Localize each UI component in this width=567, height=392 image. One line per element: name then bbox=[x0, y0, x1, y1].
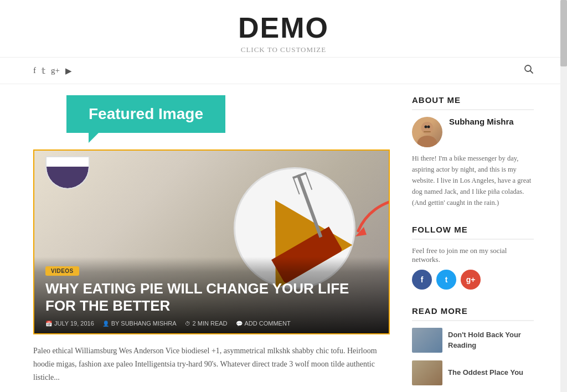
twitter-circle[interactable]: t bbox=[436, 270, 456, 290]
site-title: DEMO bbox=[0, 11, 567, 44]
main-layout: Featured Image bbox=[0, 84, 567, 392]
follow-me-heading: FOLLOW ME bbox=[412, 225, 534, 240]
article-tag: VIDEOS bbox=[45, 266, 79, 276]
social-circles: f t g+ bbox=[412, 270, 534, 290]
social-icons-nav: f 𝕥 g+ ▶ bbox=[33, 66, 72, 76]
scrollbar[interactable] bbox=[560, 0, 567, 392]
featured-tooltip: Featured Image bbox=[66, 95, 225, 133]
site-tagline: CLICK TO CUSTOMIZE bbox=[0, 45, 567, 54]
article-meta: 📅 JULY 19, 2016 👤 BY SUBHANG MISHRA ⏱ 2 … bbox=[45, 320, 378, 327]
author-bio: Hi there! I'm a bike messenger by day, a… bbox=[412, 153, 534, 208]
svg-point-6 bbox=[427, 126, 430, 128]
google-nav-icon[interactable]: g+ bbox=[51, 66, 60, 75]
site-header: DEMO CLICK TO CUSTOMIZE bbox=[0, 0, 567, 58]
read-more-title-2: The Oddest Place You bbox=[448, 368, 523, 378]
article-excerpt: Paleo ethical Williamsburg Wes Anderson … bbox=[33, 344, 390, 384]
author-name-text: Subhang Mishra bbox=[449, 117, 514, 126]
article-title: WHY EATING PIE WILL CHANGE YOUR LIFE FOR… bbox=[45, 280, 378, 314]
about-me-heading: ABOUT ME bbox=[412, 95, 534, 110]
calendar-icon: 📅 bbox=[45, 321, 52, 327]
author-name: Subhang Mishra bbox=[449, 117, 514, 126]
article-overlay: VIDEOS WHY EATING PIE WILL CHANGE YOUR L… bbox=[34, 257, 389, 333]
blueberry-bowl bbox=[45, 156, 90, 189]
article-image: VIDEOS WHY EATING PIE WILL CHANGE YOUR L… bbox=[34, 151, 389, 333]
comment-icon: 💬 bbox=[236, 321, 243, 327]
nav-bar: f 𝕥 g+ ▶ bbox=[0, 58, 567, 84]
svg-point-4 bbox=[417, 136, 437, 147]
read-more-item-2[interactable]: The Oddest Place You bbox=[412, 360, 534, 385]
follow-me-section: FOLLOW ME Feel free to join me on my soc… bbox=[412, 225, 534, 290]
thumb-image-2 bbox=[412, 360, 442, 385]
person-icon: 👤 bbox=[102, 321, 109, 327]
meta-read-time: ⏱ 2 MIN READ bbox=[185, 320, 228, 327]
read-more-thumb-2 bbox=[412, 360, 442, 385]
search-button[interactable] bbox=[524, 64, 534, 77]
follow-text: Feel free to join me on my social networ… bbox=[412, 246, 534, 264]
clock-icon: ⏱ bbox=[185, 321, 190, 327]
sidebar: ABOUT ME Subhang Mishra bbox=[412, 95, 534, 392]
meta-author: 👤 BY SUBHANG MISHRA bbox=[102, 320, 177, 327]
scrollbar-thumb[interactable] bbox=[560, 0, 567, 66]
svg-point-5 bbox=[425, 126, 427, 128]
blueberries bbox=[47, 167, 89, 188]
google-plus-circle[interactable]: g+ bbox=[461, 270, 481, 290]
thumb-image-1 bbox=[412, 328, 442, 353]
red-arrow bbox=[350, 195, 389, 241]
about-me-content: Subhang Mishra Hi there! I'm a bike mess… bbox=[412, 117, 534, 208]
svg-rect-7 bbox=[424, 131, 431, 132]
read-more-section: READ MORE Don't Hold Back Your Reading T… bbox=[412, 306, 534, 385]
meta-comments[interactable]: 💬 ADD COMMENT bbox=[236, 320, 291, 327]
author-row: Subhang Mishra bbox=[412, 117, 534, 147]
main-content: Featured Image bbox=[33, 95, 390, 392]
twitter-nav-icon[interactable]: 𝕥 bbox=[42, 66, 45, 76]
meta-date: 📅 JULY 19, 2016 bbox=[45, 320, 94, 327]
read-more-item-1[interactable]: Don't Hold Back Your Reading bbox=[412, 328, 534, 353]
read-more-thumb-1 bbox=[412, 328, 442, 353]
article-card: VIDEOS WHY EATING PIE WILL CHANGE YOUR L… bbox=[33, 149, 390, 334]
about-me-section: ABOUT ME Subhang Mishra bbox=[412, 95, 534, 208]
author-avatar bbox=[412, 117, 442, 147]
facebook-nav-icon[interactable]: f bbox=[33, 66, 36, 75]
featured-tooltip-wrap: Featured Image bbox=[33, 95, 390, 133]
facebook-circle[interactable]: f bbox=[412, 270, 432, 290]
svg-line-1 bbox=[530, 71, 533, 74]
youtube-nav-icon[interactable]: ▶ bbox=[65, 66, 72, 76]
read-more-heading: READ MORE bbox=[412, 306, 534, 321]
read-more-title-1: Don't Hold Back Your Reading bbox=[448, 330, 534, 350]
